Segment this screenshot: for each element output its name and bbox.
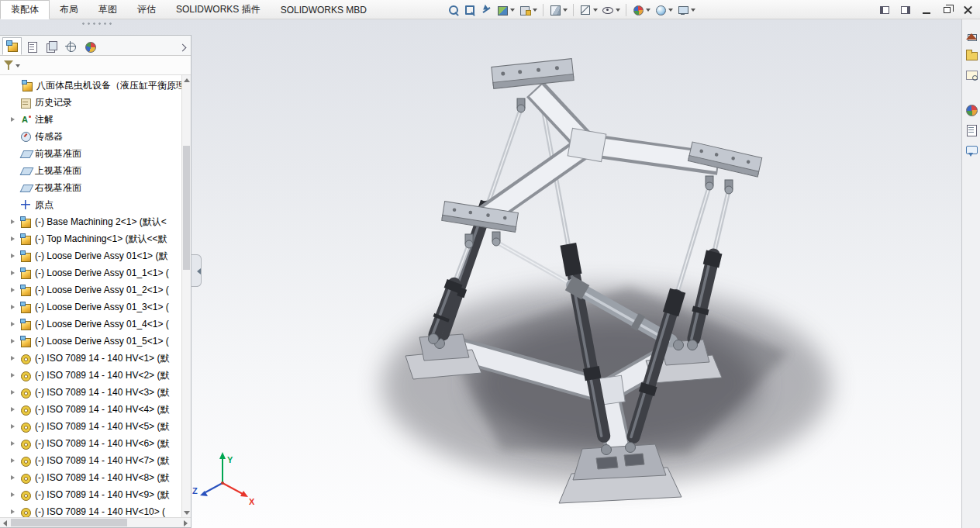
tree-item[interactable]: (-) Top Machining<1> (默认<<默 [0,230,181,247]
view-settings-button[interactable] [675,1,697,19]
hide-show-items-button[interactable] [600,1,622,19]
tree-item[interactable]: 原点 [0,196,181,213]
tree-item[interactable]: (-) ISO 7089 14 - 140 HV<10> ( [0,503,181,517]
custom-properties-button[interactable] [963,122,980,139]
scroll-up-arrow-icon[interactable] [182,75,192,85]
panel-collapse-handle[interactable] [192,254,202,287]
tree-item[interactable]: (-) ISO 7089 14 - 140 HV<5> (默 [0,418,181,435]
minimize-button[interactable] [916,0,937,19]
expand-arrow-icon[interactable] [11,236,20,241]
tree-item[interactable]: 传感器 [0,128,181,145]
dropdown-arrow-icon[interactable] [533,9,537,14]
tree-root-item[interactable]: 八面体昆虫机设备（液压缸平衡原理） [0,77,181,94]
ribbon-tab-评估[interactable]: 评估 [127,0,166,19]
panel-tab-configurationmanager[interactable] [41,37,60,55]
tree-item[interactable]: (-) Loose Derive Assy 01_4<1> ( [0,316,181,333]
tree-item[interactable]: 上视基准面 [0,162,181,179]
expand-arrow-icon[interactable] [11,117,20,122]
dropdown-arrow-icon[interactable] [646,9,650,14]
filter-funnel-icon[interactable] [4,60,13,70]
tree-item[interactable]: (-) ISO 7089 14 - 140 HV<7> (默 [0,452,181,469]
expand-arrow-icon[interactable] [11,407,20,412]
tree-item[interactable]: (-) Base Machining 2<1> (默认< [0,213,181,230]
section-view-button[interactable] [495,1,516,19]
previous-view-button[interactable] [478,1,494,19]
expand-arrow-icon[interactable] [11,509,20,514]
expand-arrow-icon[interactable] [11,492,20,497]
filter-dropdown-arrow-icon[interactable] [16,64,20,70]
view-orientation-button[interactable] [547,1,569,19]
expand-arrow-icon[interactable] [11,373,20,378]
tree-horizontal-scrollbar[interactable] [0,517,191,527]
dropdown-arrow-icon[interactable] [510,9,515,14]
design-library-button[interactable] [963,46,980,63]
tree-item[interactable]: (-) Loose Derive Assy 01_5<1> ( [0,333,181,350]
vertical-scroll-thumb[interactable] [183,146,190,270]
expand-arrow-icon[interactable] [11,288,20,292]
tree-item[interactable]: (-) ISO 7089 14 - 140 HV<3> (默 [0,384,181,401]
tree-item[interactable]: (-) ISO 7089 14 - 140 HV<9> (默 [0,486,181,503]
expand-arrow-icon[interactable] [11,390,20,395]
expand-arrow-icon[interactable] [11,219,20,224]
apply-scene-button[interactable] [653,1,675,19]
tree-item[interactable]: (-) ISO 7089 14 - 140 HV<8> (默 [0,469,181,486]
annotation-views-button[interactable] [517,1,539,19]
tree-item[interactable]: 右视基准面 [0,179,181,196]
tree-filter-bar[interactable] [0,56,191,75]
expand-arrow-icon[interactable] [11,271,20,275]
tree-item[interactable]: (-) ISO 7089 14 - 140 HV<2> (默 [0,367,181,384]
ribbon-tab-草图[interactable]: 草图 [88,0,127,19]
display-style-button[interactable] [578,1,599,19]
scroll-down-arrow-icon[interactable] [182,508,192,517]
tree-item[interactable]: (-) Loose Derive Assy 01_1<1> ( [0,264,181,281]
appearances-scenes-button[interactable] [963,102,980,119]
tree-vertical-scrollbar[interactable] [181,75,191,517]
dropdown-arrow-icon[interactable] [691,9,695,14]
tree-item[interactable]: (-) Loose Derive Assy 01<1> (默 [0,247,181,264]
panel-width-grip[interactable] [81,22,115,26]
toggle-pane-left-button[interactable] [874,0,895,19]
horizontal-scroll-thumb[interactable] [11,519,127,526]
comments-button[interactable] [963,142,980,159]
tree-item[interactable]: 历史记录 [0,94,181,111]
file-explorer-button[interactable] [963,66,980,83]
panel-tab-dimxpertmanager[interactable] [60,37,80,55]
expand-arrow-icon[interactable] [11,254,20,258]
ribbon-tab-SOLIDWORKS MBD[interactable]: SOLIDWORKS MBD [271,0,377,19]
scroll-right-arrow-icon[interactable] [181,518,191,528]
expand-arrow-icon[interactable] [11,475,20,480]
zoom-fit-button[interactable] [446,1,461,19]
expand-arrow-icon[interactable] [11,356,20,361]
tree-item[interactable]: 前视基准面 [0,145,181,162]
restore-button[interactable] [937,0,958,19]
expand-arrow-icon[interactable] [11,424,20,429]
edit-appearance-button[interactable] [630,1,652,19]
dropdown-arrow-icon[interactable] [668,9,673,14]
close-button[interactable] [958,0,978,19]
ribbon-tab-SOLIDWORKS 插件[interactable]: SOLIDWORKS 插件 [166,0,271,19]
tree-item[interactable]: (-) Loose Derive Assy 01_2<1> ( [0,281,181,299]
expand-arrow-icon[interactable] [11,458,20,463]
dropdown-arrow-icon[interactable] [563,9,568,14]
expand-arrow-icon[interactable] [11,441,20,446]
tree-item[interactable]: (-) Loose Derive Assy 01_3<1> ( [0,299,181,316]
toggle-pane-right-button[interactable] [895,0,916,19]
tree-item[interactable]: (-) ISO 7089 14 - 140 HV<1> (默 [0,350,181,367]
dropdown-arrow-icon[interactable] [616,9,620,14]
ribbon-tab-布局[interactable]: 布局 [50,0,88,19]
model-3d-view[interactable]: Y X Z [192,19,961,528]
expand-arrow-icon[interactable] [11,305,20,309]
dropdown-arrow-icon[interactable] [593,9,598,14]
panel-tab-propertymanager[interactable] [22,37,41,55]
panel-tab-displaymanager[interactable] [80,37,99,55]
panel-tab-featuremanager[interactable] [2,37,22,55]
scroll-left-arrow-icon[interactable] [0,518,10,528]
ribbon-tab-装配体[interactable]: 装配体 [0,0,50,19]
panel-tabs-overflow-chevron-icon[interactable] [177,40,188,55]
tree-item[interactable]: (-) ISO 7089 14 - 140 HV<4> (默 [0,401,181,418]
tree-item[interactable]: 注解 [0,111,181,128]
expand-arrow-icon[interactable] [11,339,20,343]
solidworks-resources-button[interactable] [963,26,980,43]
zoom-area-button[interactable] [462,1,478,19]
tree-item[interactable]: (-) ISO 7089 14 - 140 HV<6> (默 [0,435,181,452]
